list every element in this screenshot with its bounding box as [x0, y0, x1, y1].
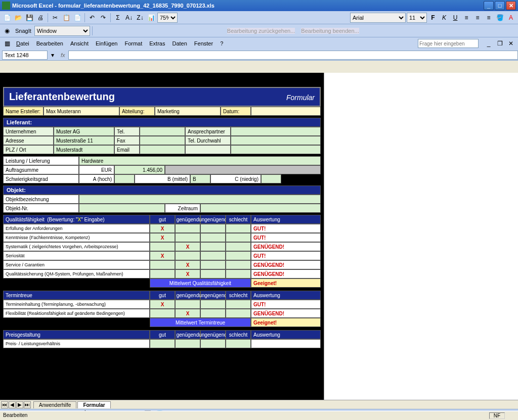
- undo-icon[interactable]: ↶: [87, 13, 97, 23]
- rating-cell[interactable]: [226, 309, 251, 318]
- cut-icon[interactable]: ✂: [50, 13, 60, 23]
- email-value[interactable]: [140, 145, 185, 154]
- maximize-button[interactable]: □: [495, 1, 505, 10]
- rating-cell[interactable]: X: [150, 300, 175, 309]
- rating-cell[interactable]: X: [175, 269, 200, 278]
- chart-icon[interactable]: 📊: [146, 13, 156, 23]
- rating-cell[interactable]: X: [150, 251, 175, 260]
- menu-format[interactable]: Format: [121, 39, 145, 48]
- rating-cell[interactable]: [150, 242, 175, 251]
- rating-cell[interactable]: X: [175, 242, 200, 251]
- rating-cell[interactable]: X: [150, 233, 175, 242]
- rating-cell[interactable]: [175, 300, 200, 309]
- adresse-value[interactable]: Musterstraße 11: [54, 136, 114, 145]
- menu-einfugen[interactable]: Einfügen: [93, 39, 120, 48]
- font-select[interactable]: Arial: [350, 13, 406, 23]
- menu-icon[interactable]: ▦: [2, 38, 12, 49]
- rating-cell[interactable]: [200, 242, 226, 251]
- menu-bearbeiten[interactable]: Bearbeiten: [33, 39, 66, 48]
- datum-value[interactable]: [251, 107, 321, 116]
- save-icon[interactable]: 💾: [24, 13, 34, 23]
- worksheet[interactable]: Lieferantenbewertung Formular Name Erste…: [0, 73, 324, 400]
- rating-cell[interactable]: [226, 224, 251, 233]
- rating-cell[interactable]: [226, 233, 251, 242]
- rating-cell[interactable]: [226, 242, 251, 251]
- rating-cell[interactable]: [200, 269, 226, 278]
- abteilung-value[interactable]: Marketing: [155, 107, 221, 116]
- rating-cell[interactable]: [150, 339, 175, 348]
- rating-cell[interactable]: [150, 260, 175, 269]
- rating-cell[interactable]: [200, 309, 226, 318]
- snagit-icon[interactable]: ◉: [2, 26, 12, 36]
- menu-extras[interactable]: Extras: [146, 39, 168, 48]
- help-search-input[interactable]: [418, 39, 479, 48]
- rating-cell[interactable]: [175, 251, 200, 260]
- align-left-icon[interactable]: ≡: [461, 13, 471, 23]
- rating-cell[interactable]: [226, 300, 251, 309]
- print-icon[interactable]: 🖨: [35, 13, 46, 23]
- rating-cell[interactable]: X: [175, 260, 200, 269]
- fax-value[interactable]: [140, 136, 185, 145]
- sort-desc-icon[interactable]: Z↓: [135, 13, 145, 23]
- formula-bar[interactable]: [68, 51, 518, 60]
- rating-cell[interactable]: [226, 339, 251, 348]
- menu-fenster[interactable]: Fenster: [191, 39, 216, 48]
- tab-anwenderhilfe[interactable]: Anwenderhilfe: [33, 401, 76, 408]
- rating-cell[interactable]: [200, 251, 226, 260]
- rating-cell[interactable]: [175, 233, 200, 242]
- doc-restore-icon[interactable]: ❐: [495, 38, 505, 49]
- tab-last-icon[interactable]: ⏭: [24, 401, 31, 408]
- align-right-icon[interactable]: ≡: [484, 13, 494, 23]
- rating-cell[interactable]: [175, 224, 200, 233]
- tab-formular[interactable]: Formular: [77, 401, 110, 408]
- menu-daten[interactable]: Daten: [169, 39, 190, 48]
- plz-value[interactable]: Musterstadt: [54, 145, 114, 154]
- new-icon[interactable]: 📄: [2, 13, 12, 23]
- rating-cell[interactable]: [150, 269, 175, 278]
- objektbez-value[interactable]: [79, 195, 321, 204]
- tel-value[interactable]: [140, 127, 185, 136]
- menu-datei[interactable]: Datei: [13, 39, 32, 48]
- rating-cell[interactable]: X: [150, 224, 175, 233]
- italic-icon[interactable]: K: [439, 13, 449, 23]
- ansprech-value[interactable]: [231, 127, 321, 136]
- menu-help[interactable]: ?: [217, 39, 226, 48]
- durchwahl-value[interactable]: [231, 136, 321, 145]
- name-ersteller-value[interactable]: Max Musterann: [44, 107, 119, 116]
- rating-cell[interactable]: [226, 251, 251, 260]
- horizontal-scrollbar[interactable]: [113, 401, 508, 408]
- auftrag-value[interactable]: 1.456,00: [114, 165, 165, 174]
- copy-icon[interactable]: 📋: [61, 13, 71, 23]
- name-box[interactable]: [2, 51, 48, 60]
- sum-icon[interactable]: Σ: [113, 13, 123, 23]
- tab-next-icon[interactable]: ▶: [16, 401, 23, 408]
- rating-cell[interactable]: [200, 224, 226, 233]
- rating-cell[interactable]: [150, 309, 175, 318]
- menu-ansicht[interactable]: Ansicht: [67, 39, 92, 48]
- align-center-icon[interactable]: ≡: [472, 13, 483, 23]
- rating-cell[interactable]: X: [175, 309, 200, 318]
- rating-cell[interactable]: [200, 260, 226, 269]
- rating-cell[interactable]: [226, 260, 251, 269]
- bold-icon[interactable]: F: [428, 13, 438, 23]
- tab-prev-icon[interactable]: ◀: [9, 401, 16, 408]
- schwierig-b-val[interactable]: B: [190, 174, 210, 183]
- bearb-end-label[interactable]: Bearbeitung beenden...: [301, 28, 359, 34]
- unternehmen-value[interactable]: Muster AG: [54, 127, 114, 136]
- tab-first-icon[interactable]: ⏮: [1, 401, 8, 408]
- bearb-ruck-label[interactable]: Bearbeitung zurückgehen...: [227, 28, 295, 34]
- rating-cell[interactable]: [200, 300, 226, 309]
- fill-color-icon[interactable]: 🪣: [495, 13, 505, 23]
- namebox-dropdown-icon[interactable]: ▾: [48, 50, 58, 60]
- sort-asc-icon[interactable]: A↓: [124, 13, 134, 23]
- schwierig-c-val[interactable]: [261, 174, 281, 183]
- close-button[interactable]: ✕: [506, 1, 516, 10]
- underline-icon[interactable]: U: [450, 13, 460, 23]
- doc-minimize-icon[interactable]: _: [484, 38, 494, 49]
- font-size-select[interactable]: 11: [407, 13, 427, 23]
- paste-icon[interactable]: 📄: [72, 13, 82, 23]
- fx-icon[interactable]: fx: [61, 52, 65, 58]
- leistung-value[interactable]: Hardware: [79, 156, 321, 165]
- font-color-icon[interactable]: A: [506, 13, 516, 23]
- zeitraum-value[interactable]: [200, 204, 321, 213]
